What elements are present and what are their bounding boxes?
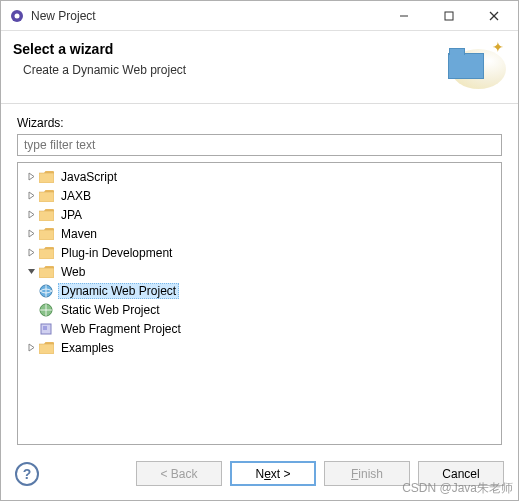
tree-leaf[interactable]: Static Web Project [20,300,499,319]
tree-folder[interactable]: Plug-in Development [20,243,499,262]
finish-button[interactable]: Finish [324,461,410,486]
folder-icon [38,207,54,223]
folder-icon [38,245,54,261]
tree-item-label: JAXB [58,188,94,204]
close-button[interactable] [471,1,516,30]
folder-icon [38,226,54,242]
folder-icon [38,264,54,280]
tree-folder[interactable]: JavaScript [20,167,499,186]
cancel-button[interactable]: Cancel [418,461,504,486]
tree-folder[interactable]: Examples [20,338,499,357]
tree-folder[interactable]: Maven [20,224,499,243]
chevron-right-icon[interactable] [24,341,38,355]
back-button-label: < Back [160,467,197,481]
banner-heading: Select a wizard [13,41,446,57]
dialog-window: New Project Select a wizard Create a Dyn… [0,0,519,501]
wizard-tree[interactable]: JavaScriptJAXBJPAMavenPlug-in Developmen… [17,162,502,445]
content-area: Wizards: JavaScriptJAXBJPAMavenPlug-in D… [1,104,518,451]
filter-input[interactable] [17,134,502,156]
folder-icon [38,188,54,204]
globe-icon [38,283,54,299]
help-button[interactable]: ? [15,462,39,486]
chevron-right-icon[interactable] [24,227,38,241]
chevron-down-icon[interactable] [24,265,38,279]
window-controls [381,1,516,30]
next-button-label: Next > [255,467,290,481]
chevron-right-icon[interactable] [24,189,38,203]
tree-item-label: Maven [58,226,100,242]
tree-folder[interactable]: JAXB [20,186,499,205]
chevron-right-icon[interactable] [24,170,38,184]
tree-item-label: Plug-in Development [58,245,175,261]
maximize-button[interactable] [426,1,471,30]
chevron-right-icon[interactable] [24,246,38,260]
wizards-label-text: Wizards: [17,116,64,130]
globe-static-icon [38,302,54,318]
next-button[interactable]: Next > [230,461,316,486]
banner-text: Select a wizard Create a Dynamic Web pro… [13,41,446,77]
minimize-button[interactable] [381,1,426,30]
tree-item-label: JPA [58,207,85,223]
wizards-label: Wizards: [17,116,502,130]
svg-rect-9 [43,326,47,330]
app-icon [9,8,25,24]
tree-item-label: Static Web Project [58,302,162,318]
tree-item-label: Dynamic Web Project [58,283,179,299]
window-title: New Project [31,9,381,23]
button-bar: ? < Back Next > Finish Cancel [1,451,518,500]
tree-item-label: Web Fragment Project [58,321,184,337]
back-button[interactable]: < Back [136,461,222,486]
tree-item-label: Examples [58,340,117,356]
fragment-icon [38,321,54,337]
svg-point-1 [15,13,20,18]
titlebar: New Project [1,1,518,31]
tree-folder[interactable]: JPA [20,205,499,224]
tree-item-label: Web [58,264,88,280]
tree-item-label: JavaScript [58,169,120,185]
tree-leaf[interactable]: Web Fragment Project [20,319,499,338]
tree-folder[interactable]: Web [20,262,499,281]
cancel-button-label: Cancel [442,467,479,481]
banner-subtext: Create a Dynamic Web project [23,63,446,77]
folder-icon [38,340,54,356]
chevron-right-icon[interactable] [24,208,38,222]
tree-leaf[interactable]: Dynamic Web Project [20,281,499,300]
folder-icon [38,169,54,185]
finish-button-label: Finish [351,467,383,481]
banner: Select a wizard Create a Dynamic Web pro… [1,31,518,104]
banner-image: ✦ [446,41,506,91]
svg-rect-3 [445,12,453,20]
